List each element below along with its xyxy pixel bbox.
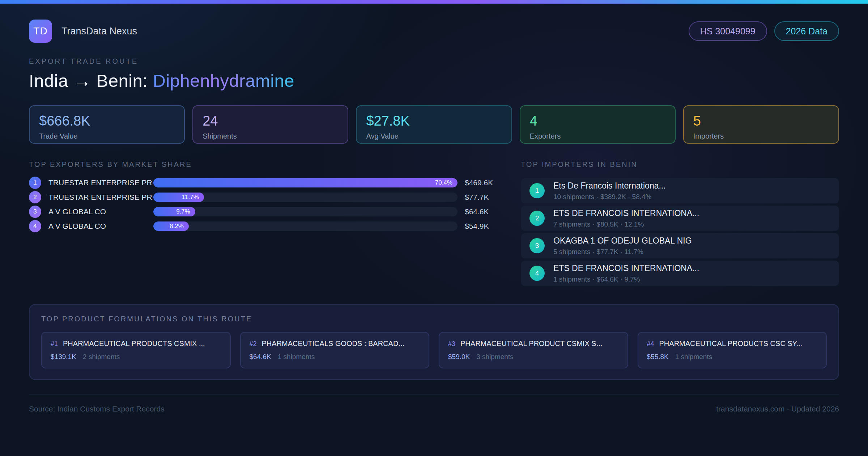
- importer-row: 3 OKAGBA 1 OF ODEJU GLOBAL NIG 5 shipmen…: [521, 233, 839, 258]
- formulation-title: #2 PHARMACEUTICALS GOODS : BARCAD...: [250, 339, 420, 348]
- importer-meta: 5 shipments · $77.7K · 11.7%: [553, 248, 692, 256]
- formulation-shipments: 1 shipments: [278, 353, 315, 361]
- rank-badge: 3: [29, 206, 41, 218]
- importer-row: 2 ETS DE FRANCOIS INTERNATIONA... 7 ship…: [521, 206, 839, 231]
- formulation-value: $64.6K: [250, 353, 271, 361]
- importer-rank-badge: 4: [529, 266, 545, 281]
- formulation-value: $59.0K: [448, 353, 470, 361]
- header-badges: HS 30049099 2026 Data: [689, 21, 839, 41]
- market-share-bar-track: 70.4%: [153, 178, 458, 187]
- importers-section: TOP IMPORTERS IN BENIN 1 Ets De Francois…: [521, 160, 839, 288]
- importer-name: ETS DE FRANCOIS INTERNATIONA...: [553, 208, 699, 218]
- importer-info: ETS DE FRANCOIS INTERNATIONA... 7 shipme…: [553, 208, 699, 228]
- stat-trade-value: $666.8K Trade Value: [29, 105, 185, 144]
- brand-block: TD TransData Nexus: [29, 20, 137, 43]
- header: TD TransData Nexus HS 30049099 2026 Data: [0, 4, 868, 43]
- importer-rank-badge: 2: [529, 211, 545, 226]
- rank-badge: 2: [29, 191, 41, 203]
- formulation-name: PHARMACEUTICAL PRODUCTS CSMIX ...: [63, 339, 205, 348]
- importer-meta: 1 shipments · $64.6K · 9.7%: [553, 275, 699, 283]
- share-percent-label: 11.7%: [182, 194, 199, 201]
- stat-label: Trade Value: [39, 132, 175, 140]
- exporter-value: $64.6K: [458, 207, 499, 216]
- app-logo: TD: [29, 20, 52, 43]
- exporter-name: A V GLOBAL CO: [48, 207, 153, 216]
- importer-rank-badge: 3: [529, 238, 545, 253]
- formulation-value: $55.8K: [647, 353, 669, 361]
- stat-value: 5: [693, 113, 829, 129]
- page-title: India → Benin: Diphenhydramine: [29, 71, 839, 91]
- importers-heading: TOP IMPORTERS IN BENIN: [521, 160, 839, 169]
- formulation-value: $139.1K: [51, 353, 76, 361]
- exporter-value: $54.9K: [458, 222, 499, 231]
- formulation-title: #3 PHARMACEUTICAL PRODUCT CSMIX S...: [448, 339, 619, 348]
- exporters-heading: TOP EXPORTERS BY MARKET SHARE: [29, 160, 499, 169]
- formulation-shipments: 2 shipments: [83, 353, 120, 361]
- importer-info: OKAGBA 1 OF ODEJU GLOBAL NIG 5 shipments…: [553, 236, 692, 256]
- formulation-card: #1 PHARMACEUTICAL PRODUCTS CSMIX ... $13…: [41, 332, 231, 368]
- stat-exporters: 4 Exporters: [520, 105, 676, 144]
- stat-value: 24: [203, 113, 338, 129]
- formulations-panel: TOP PRODUCT FORMULATIONS ON THIS ROUTE #…: [29, 304, 839, 380]
- route-title: India → Benin:: [29, 71, 148, 90]
- importer-info: ETS DE FRANCOIS INTERNATIONA... 1 shipme…: [553, 263, 699, 283]
- formulation-name: PHARMACEUTICAL PRODUCTS CSC SY...: [659, 339, 803, 348]
- formulation-title: #4 PHARMACEUTICAL PRODUCTS CSC SY...: [647, 339, 818, 348]
- formulation-title: #1 PHARMACEUTICAL PRODUCTS CSMIX ...: [51, 339, 221, 348]
- importer-info: Ets De Francois Internationa... 10 shipm…: [553, 181, 666, 201]
- importer-row: 4 ETS DE FRANCOIS INTERNATIONA... 1 ship…: [521, 261, 839, 286]
- stat-label: Exporters: [530, 132, 665, 140]
- exporter-row: 2 TRUESTAR ENTERPRISE PRIVAT... 11.7% $7…: [29, 193, 499, 202]
- formulation-name: PHARMACEUTICALS GOODS : BARCAD...: [262, 339, 405, 348]
- importer-meta: 10 shipments · $389.2K · 58.4%: [553, 193, 666, 201]
- importer-name: OKAGBA 1 OF ODEJU GLOBAL NIG: [553, 236, 692, 246]
- rank-badge: 1: [29, 177, 41, 189]
- exporter-name: A V GLOBAL CO: [48, 222, 153, 231]
- formulation-card: #3 PHARMACEUTICAL PRODUCT CSMIX S... $59…: [439, 332, 628, 368]
- exporter-value: $469.6K: [458, 178, 499, 187]
- product-name: Diphenhydramine: [153, 71, 295, 90]
- formulation-cards-row: #1 PHARMACEUTICAL PRODUCTS CSMIX ... $13…: [41, 332, 827, 368]
- market-share-bar-track: 11.7%: [153, 193, 458, 202]
- formulation-card: #4 PHARMACEUTICAL PRODUCTS CSC SY... $55…: [638, 332, 827, 368]
- formulation-rank: #1: [51, 340, 58, 348]
- formulation-name: PHARMACEUTICAL PRODUCT CSMIX S...: [460, 339, 602, 348]
- stat-label: Shipments: [203, 132, 338, 140]
- formulation-rank: #3: [448, 340, 455, 348]
- stat-value: 4: [530, 113, 665, 129]
- formulation-shipments: 3 shipments: [476, 353, 513, 361]
- importer-row: 1 Ets De Francois Internationa... 10 shi…: [521, 178, 839, 203]
- stat-importers: 5 Importers: [683, 105, 839, 144]
- share-percent-label: 9.7%: [176, 208, 190, 215]
- market-share-bar-track: 9.7%: [153, 207, 458, 216]
- hs-code-badge[interactable]: HS 30049099: [689, 21, 767, 41]
- market-share-bar-fill: 9.7%: [153, 207, 195, 216]
- stat-value: $27.8K: [366, 113, 502, 129]
- importer-meta: 7 shipments · $80.5K · 12.1%: [553, 220, 699, 228]
- hero: EXPORT TRADE ROUTE India → Benin: Diphen…: [0, 57, 868, 91]
- formulation-rank: #2: [250, 340, 257, 348]
- top-gradient-strip: [0, 0, 868, 4]
- market-share-bar-fill: 11.7%: [153, 193, 204, 202]
- stat-avg-value: $27.8K Avg Value: [356, 105, 512, 144]
- footer: Source: Indian Customs Export Records tr…: [29, 394, 839, 413]
- rank-badge: 4: [29, 220, 41, 232]
- year-data-badge[interactable]: 2026 Data: [774, 21, 839, 41]
- footer-site: transdatanexus.com · Updated 2026: [716, 405, 839, 413]
- main-content: TOP EXPORTERS BY MARKET SHARE 1 TRUESTAR…: [0, 160, 868, 288]
- formulation-shipments: 1 shipments: [675, 353, 712, 361]
- exporters-section: TOP EXPORTERS BY MARKET SHARE 1 TRUESTAR…: [29, 160, 499, 288]
- share-percent-label: 8.2%: [170, 223, 184, 230]
- stat-cards-row: $666.8K Trade Value 24 Shipments $27.8K …: [0, 105, 868, 144]
- formulation-meta: $139.1K 2 shipments: [51, 353, 221, 361]
- exporter-row: 1 TRUESTAR ENTERPRISE PRIVAT... 70.4% $4…: [29, 178, 499, 187]
- market-share-bar-fill: 70.4%: [153, 178, 458, 187]
- formulation-meta: $59.0K 3 shipments: [448, 353, 619, 361]
- stat-shipments: 24 Shipments: [192, 105, 348, 144]
- exporter-value: $77.7K: [458, 193, 499, 202]
- importer-name: ETS DE FRANCOIS INTERNATIONA...: [553, 263, 699, 273]
- exporter-name: TRUESTAR ENTERPRISE PRIVAT...: [48, 193, 153, 202]
- exporter-name: TRUESTAR ENTERPRISE PRIVAT...: [48, 178, 153, 187]
- market-share-bar-fill: 8.2%: [153, 221, 189, 231]
- footer-source: Source: Indian Customs Export Records: [29, 405, 165, 413]
